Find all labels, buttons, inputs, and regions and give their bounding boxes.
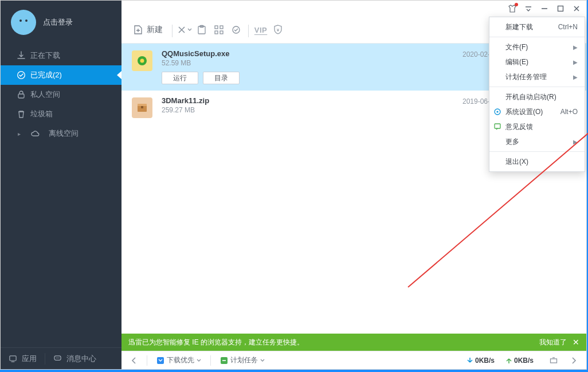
maximize-icon: [557, 5, 564, 12]
tip-text: 迅雷已为您智能修复 IE 的浏览器支持，建立任务更快捷。: [128, 338, 304, 347]
notification-dot-icon: [515, 3, 518, 6]
window-controls: [505, 1, 586, 17]
currency-button[interactable]: ¥: [271, 22, 285, 37]
svg-rect-11: [220, 26, 223, 29]
priority-label: 下载优先: [167, 355, 194, 365]
zip-file-icon: [132, 97, 152, 118]
svg-rect-10: [215, 26, 218, 29]
close-icon: [573, 5, 580, 12]
menu-item-exit[interactable]: 退出(X): [489, 154, 585, 169]
sidebar-item-completed[interactable]: 已完成(2): [1, 65, 121, 85]
apps-icon: [9, 354, 17, 363]
open-file-button[interactable]: [194, 22, 209, 37]
minimize-button[interactable]: [537, 1, 552, 16]
login-label: 点击登录: [43, 17, 73, 28]
sidebar-item-downloading[interactable]: 正在下载: [1, 46, 121, 65]
main-area: 新建 VIP ¥: [121, 1, 586, 369]
menu-label: 新建下载: [505, 22, 533, 32]
new-task-label: 新建: [147, 25, 163, 35]
svg-point-4: [56, 358, 57, 359]
yen-shield-icon: ¥: [273, 25, 283, 35]
shortcut: Ctrl+N: [558, 23, 578, 31]
svg-rect-12: [215, 31, 218, 34]
menu-item-settings[interactable]: 系统设置(O) Alt+O: [489, 104, 585, 119]
download-priority-button[interactable]: 下载优先: [152, 354, 206, 367]
download-icon: [17, 51, 26, 60]
sidebar-item-label: 正在下载: [30, 50, 60, 61]
submenu-arrow-icon: ▶: [573, 139, 578, 145]
menu-label: 计划任务管理: [505, 72, 547, 82]
qr-button[interactable]: [211, 22, 226, 37]
menu-item-new-download[interactable]: 新建下载 Ctrl+N: [489, 19, 585, 34]
svg-point-6: [58, 358, 60, 359]
menu-item-more[interactable]: 更多 ▶: [489, 134, 585, 149]
tip-ok-button[interactable]: 我知道了: [539, 338, 567, 347]
chevron-left-icon: [131, 357, 138, 364]
skin-button[interactable]: [505, 1, 520, 16]
menu-item-autostart[interactable]: 开机自动启动(R): [489, 89, 585, 104]
sidebar-item-label: 私人空间: [30, 89, 60, 100]
trash-icon: [17, 109, 26, 119]
user-login-area[interactable]: 点击登录: [1, 1, 121, 44]
message-center-button[interactable]: 消息中心: [45, 354, 104, 364]
down-speed-value: 0KB/s: [475, 357, 495, 365]
schedule-label: 计划任务: [230, 355, 258, 365]
menu-item-task-manager[interactable]: 计划任务管理 ▶: [489, 69, 585, 84]
apps-button[interactable]: 应用: [1, 354, 45, 364]
nav-fwd-button[interactable]: [566, 355, 582, 366]
x-icon: [177, 25, 186, 34]
svg-rect-21: [157, 357, 164, 364]
menu-item-file[interactable]: 文件(F) ▶: [489, 40, 585, 54]
svg-rect-23: [551, 359, 557, 363]
file-meta: QQMusicSetup.exe 52.59 MB 运行 目录: [162, 49, 453, 84]
cloud-icon: [30, 129, 40, 138]
sidebar-item-trash[interactable]: 垃圾箱: [1, 104, 121, 124]
scheduled-tasks-button[interactable]: 计划任务: [215, 354, 269, 367]
menu-label: 意见反馈: [505, 122, 533, 132]
menu-separator: [489, 87, 585, 87]
open-folder-button[interactable]: 目录: [203, 72, 240, 84]
sidebar-item-private[interactable]: 私人空间: [1, 85, 121, 104]
sidebar: 点击登录 正在下载 已完成(2) 私人空间: [1, 1, 121, 369]
run-button[interactable]: 运行: [162, 72, 198, 84]
menu-separator: [489, 37, 585, 37]
tip-bar: 迅雷已为您智能修复 IE 的浏览器支持，建立任务更快捷。 我知道了 ✕: [121, 334, 586, 351]
svg-text:¥: ¥: [276, 28, 280, 33]
vip-icon: VIP: [254, 26, 267, 34]
grid-icon: [214, 25, 224, 35]
menu-label: 编辑(E): [505, 57, 528, 67]
tip-close-button[interactable]: ✕: [567, 338, 579, 347]
maximize-button[interactable]: [553, 1, 568, 16]
file-meta: 3DMark11.zip 259.27 MB: [162, 96, 453, 114]
menu-label: 退出(X): [505, 157, 528, 167]
new-task-button[interactable]: 新建: [128, 22, 167, 37]
menu-item-edit[interactable]: 编辑(E) ▶: [489, 54, 585, 69]
up-arrow-icon: [506, 357, 512, 364]
svg-rect-19: [138, 104, 147, 106]
vip-button[interactable]: VIP: [253, 22, 268, 37]
gear-icon: [493, 107, 502, 116]
status-bar: 下载优先 计划任务 0KB/s 0KB/s: [121, 351, 586, 369]
file-name: 3DMark11.zip: [162, 96, 453, 105]
menu-label: 更多: [505, 137, 519, 147]
chevron-down-icon: [197, 358, 201, 363]
close-button[interactable]: [569, 1, 584, 16]
delete-button[interactable]: [177, 22, 192, 37]
nav-back-button[interactable]: [126, 355, 142, 366]
speed-panel-toggle[interactable]: [545, 355, 562, 366]
safe-download-button[interactable]: [229, 22, 244, 37]
separator: [248, 25, 249, 37]
new-file-icon: [133, 25, 143, 35]
priority-icon: [156, 357, 164, 365]
menu-chevron-icon: [524, 5, 532, 13]
menu-item-feedback[interactable]: 意见反馈: [489, 119, 585, 134]
sidebar-item-offline[interactable]: ▸ 离线空间: [1, 124, 121, 143]
gear-check-icon: [231, 25, 241, 35]
file-size: 52.59 MB: [162, 59, 453, 67]
sidebar-item-label: 垃圾箱: [30, 109, 53, 119]
chat-icon: [53, 354, 62, 363]
feedback-icon: [493, 122, 502, 131]
menu-label: 开机自动启动(R): [505, 92, 556, 102]
paste-icon: [197, 25, 207, 35]
menu-button[interactable]: [521, 1, 536, 16]
